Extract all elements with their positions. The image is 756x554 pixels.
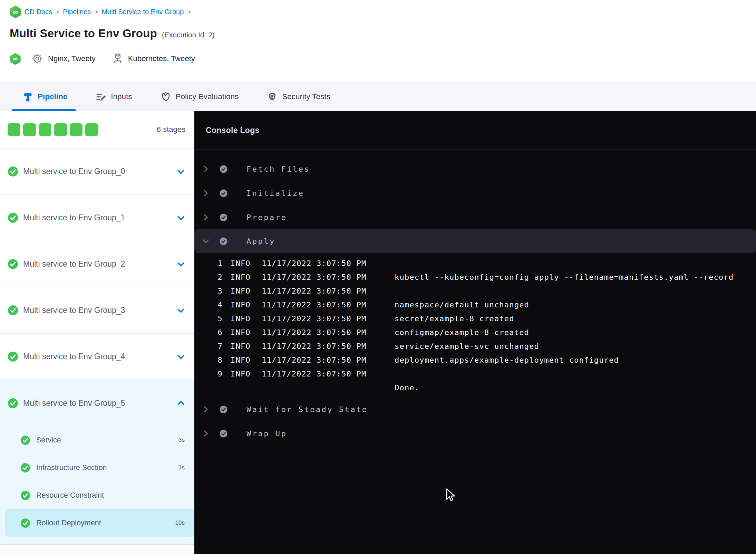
console-step-wait-for-steady-state[interactable]: Wait for Steady State xyxy=(194,397,756,421)
step-name: Wrap Up xyxy=(246,429,287,438)
substep-duration: 1s xyxy=(178,464,185,471)
policy-evaluations-icon xyxy=(161,92,171,102)
chevron-right-icon[interactable] xyxy=(201,213,210,222)
success-check-icon xyxy=(8,305,18,316)
tab-pipeline[interactable]: Pipeline xyxy=(17,83,73,111)
chevron-down-icon[interactable] xyxy=(176,306,185,315)
stage-name: Multi service to Env Group_0 xyxy=(23,167,176,176)
chevron-down-icon[interactable] xyxy=(176,352,185,361)
chevron-right-icon[interactable] xyxy=(201,405,210,414)
environments-label[interactable]: Kubernetes, Tweety xyxy=(128,54,195,63)
log-line: 8INFO11/17/2022 3:07:50 PMdeployment.app… xyxy=(194,353,756,367)
tab-bar: Pipeline Inputs Policy Evaluations Secur… xyxy=(0,82,756,111)
step-name: Initialize xyxy=(246,189,304,198)
stages-sidebar: 6 stages Multi service to Env Group_0 Mu… xyxy=(0,111,194,554)
step-name: Prepare xyxy=(246,213,287,222)
substep-resource-constraint[interactable]: Resource Constraint xyxy=(5,481,194,509)
stage-row[interactable]: Multi service to Env Group_1 xyxy=(0,195,194,241)
log-line: 9INFO11/17/2022 3:07:50 PM xyxy=(194,367,756,381)
expanded-stage-group: Multi service to Env Group_5 Service 3s … xyxy=(0,380,194,545)
stage-name: Multi service to Env Group_3 xyxy=(23,306,176,315)
inputs-icon xyxy=(96,92,106,102)
stage-row[interactable]: Multi service to Env Group_0 xyxy=(0,149,194,195)
chevron-up-icon[interactable] xyxy=(176,399,185,408)
substep-name: Resource Constraint xyxy=(36,491,185,500)
chevron-down-icon[interactable] xyxy=(201,237,210,246)
log-line: 1INFO11/17/2022 3:07:50 PM xyxy=(194,256,756,270)
log-output: 1INFO11/17/2022 3:07:50 PM 2INFO11/17/20… xyxy=(194,253,756,397)
substep-infrastructure[interactable]: Infrastructure Section 1s xyxy=(5,454,194,481)
step-name: Fetch Files xyxy=(246,165,310,173)
substep-name: Service xyxy=(36,436,178,445)
substep-service[interactable]: Service 3s xyxy=(5,426,194,454)
page-title: Multi Service to Env Group xyxy=(10,27,157,40)
step-success-icon xyxy=(219,189,228,198)
stage-row[interactable]: Multi service to Env Group_3 xyxy=(0,287,194,334)
chevron-down-icon[interactable] xyxy=(176,213,185,222)
chevron-right-icon[interactable] xyxy=(201,429,210,438)
breadcrumb-separator: > xyxy=(56,8,59,16)
step-name: Wait for Steady State xyxy=(246,405,368,414)
stage-count-label: 6 stages xyxy=(157,125,185,134)
tab-security-tests[interactable]: Security Tests xyxy=(261,83,336,111)
tab-inputs[interactable]: Inputs xyxy=(90,83,137,111)
console-step-fetch-files[interactable]: Fetch Files xyxy=(194,157,756,181)
success-check-icon xyxy=(20,463,30,473)
breadcrumb-link-pipelines[interactable]: Pipelines xyxy=(63,8,91,16)
breadcrumb-link-pipeline-name[interactable]: Multi Service to Env Group xyxy=(101,8,184,16)
security-tests-icon xyxy=(267,92,278,102)
step-success-icon xyxy=(219,213,228,222)
substep-name: Rollout Deployment xyxy=(36,519,175,527)
stage-square xyxy=(39,123,51,136)
environments-icon xyxy=(112,52,124,65)
chevron-down-icon[interactable] xyxy=(176,260,185,269)
services-gear-icon xyxy=(31,53,43,65)
breadcrumb-link-cd-docs[interactable]: CD Docs xyxy=(25,8,52,16)
console-title: Console Logs xyxy=(206,126,260,135)
substep-duration: 3s xyxy=(178,437,185,443)
success-check-icon xyxy=(8,166,18,177)
chevron-right-icon[interactable] xyxy=(201,189,210,198)
page-header: ∞ CD Docs > Pipelines > Multi Service to… xyxy=(0,0,756,82)
success-check-icon xyxy=(8,351,18,362)
success-check-icon xyxy=(8,212,18,223)
log-line: 3INFO11/17/2022 3:07:50 PM xyxy=(194,284,756,298)
mouse-cursor xyxy=(445,488,457,503)
console-step-initialize[interactable]: Initialize xyxy=(194,181,756,205)
substep-rollout-deployment[interactable]: Rollout Deployment 10s xyxy=(5,509,194,537)
stage-name: Multi service to Env Group_4 xyxy=(23,352,176,361)
cd-module-icon: ∞ xyxy=(10,53,21,65)
success-check-icon xyxy=(8,259,18,269)
breadcrumb-separator: > xyxy=(94,8,98,16)
pipeline-icon xyxy=(22,92,33,102)
stage-square xyxy=(8,123,20,136)
log-line: 2INFO11/17/2022 3:07:50 PMkubectl --kube… xyxy=(194,270,756,284)
stage-name: Multi service to Env Group_5 xyxy=(23,399,176,408)
execution-id: (Execution Id: 2) xyxy=(162,31,215,39)
cd-module-icon: ∞ xyxy=(10,6,21,18)
step-success-icon xyxy=(219,165,228,173)
stage-name: Multi service to Env Group_2 xyxy=(23,259,176,269)
stage-row-expanded[interactable]: Multi service to Env Group_5 xyxy=(0,380,194,426)
log-line: 5INFO11/17/2022 3:07:50 PMsecret/example… xyxy=(194,312,756,325)
log-line: 7INFO11/17/2022 3:07:50 PMservice/exampl… xyxy=(194,339,756,353)
console-step-wrap-up[interactable]: Wrap Up xyxy=(194,421,756,446)
log-line-done: Done. xyxy=(194,381,756,394)
services-environments-row: ∞ Nginx, Tweety Kubernetes, Tweety xyxy=(10,51,195,66)
step-success-icon xyxy=(219,237,228,246)
success-check-icon xyxy=(20,490,30,500)
log-line: 4INFO11/17/2022 3:07:50 PMnamespace/defa… xyxy=(194,298,756,312)
chevron-right-icon[interactable] xyxy=(201,164,210,173)
console-step-apply[interactable]: Apply xyxy=(194,229,756,253)
tab-policy-evaluations[interactable]: Policy Evaluations xyxy=(155,83,244,111)
console-step-prepare[interactable]: Prepare xyxy=(194,205,756,229)
breadcrumb-separator: > xyxy=(187,8,191,16)
sidebar-bottom-spacer xyxy=(0,545,194,554)
stage-row[interactable]: Multi service to Env Group_2 xyxy=(0,241,194,287)
chevron-down-icon[interactable] xyxy=(176,167,185,176)
success-check-icon xyxy=(20,435,30,445)
stage-row[interactable]: Multi service to Env Group_4 xyxy=(0,334,194,380)
stage-square xyxy=(23,123,36,136)
stage-name: Multi service to Env Group_1 xyxy=(23,213,176,222)
services-label[interactable]: Nginx, Tweety xyxy=(48,54,96,63)
